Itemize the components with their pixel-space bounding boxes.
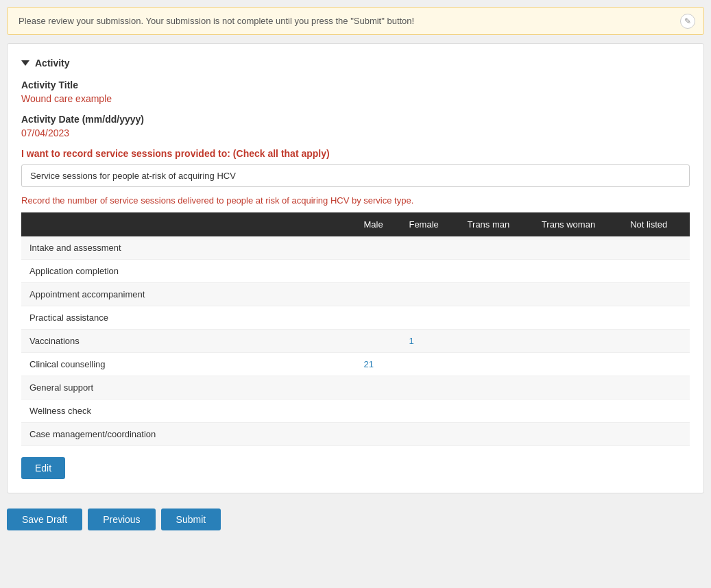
cell-female: 1 bbox=[400, 330, 459, 353]
cell-not_listed bbox=[622, 306, 690, 330]
cell-trans_man bbox=[459, 376, 533, 400]
cell-trans_man bbox=[459, 400, 533, 423]
col-male: Male bbox=[356, 212, 401, 236]
table-row: Application completion bbox=[21, 260, 690, 283]
cell-trans_woman bbox=[533, 236, 622, 260]
service-checkbox-item: Service sessions for people at-risk of a… bbox=[21, 164, 690, 187]
section-title: Activity bbox=[35, 58, 70, 69]
table-row: Vaccinations1 bbox=[21, 330, 690, 353]
cell-trans_woman bbox=[533, 353, 622, 376]
edit-button[interactable]: Edit bbox=[21, 457, 65, 479]
table-row: Practical assistance bbox=[21, 306, 690, 330]
cell-service: Case management/coordination bbox=[21, 423, 356, 446]
cell-service: Vaccinations bbox=[21, 330, 356, 353]
table-row: Intake and assessment bbox=[21, 236, 690, 260]
cell-trans_woman bbox=[533, 376, 622, 400]
table-row: Wellness check bbox=[21, 400, 690, 423]
alert-banner: Please review your submission. Your subm… bbox=[7, 7, 704, 35]
main-card: Activity Activity Title Wound care examp… bbox=[7, 43, 704, 493]
activity-title-label: Activity Title bbox=[21, 79, 690, 90]
cell-female bbox=[400, 236, 459, 260]
cell-not_listed bbox=[622, 376, 690, 400]
cell-not_listed bbox=[622, 353, 690, 376]
table-row: General support bbox=[21, 376, 690, 400]
cell-service: General support bbox=[21, 376, 356, 400]
previous-button[interactable]: Previous bbox=[88, 509, 155, 530]
cell-trans_man bbox=[459, 306, 533, 330]
cell-female bbox=[400, 376, 459, 400]
cell-service: Practical assistance bbox=[21, 306, 356, 330]
cell-male bbox=[356, 423, 401, 446]
cell-female bbox=[400, 306, 459, 330]
cell-male bbox=[356, 330, 401, 353]
cell-trans_man bbox=[459, 283, 533, 306]
cell-trans_woman bbox=[533, 260, 622, 283]
cell-trans_man bbox=[459, 330, 533, 353]
cell-female bbox=[400, 353, 459, 376]
cell-trans_woman bbox=[533, 330, 622, 353]
table-row: Appointment accompaniment bbox=[21, 283, 690, 306]
cell-not_listed bbox=[622, 423, 690, 446]
table-header-row: Male Female Trans man Trans woman Not li… bbox=[21, 212, 690, 236]
service-table: Male Female Trans man Trans woman Not li… bbox=[21, 212, 690, 446]
col-trans-woman: Trans woman bbox=[533, 212, 622, 236]
cell-service: Wellness check bbox=[21, 400, 356, 423]
col-service bbox=[21, 212, 356, 236]
cell-not_listed bbox=[622, 260, 690, 283]
cell-not_listed bbox=[622, 400, 690, 423]
col-not-listed: Not listed bbox=[622, 212, 690, 236]
cell-male: 21 bbox=[356, 353, 401, 376]
cell-male bbox=[356, 283, 401, 306]
cell-trans_man bbox=[459, 353, 533, 376]
table-row: Clinical counselling21 bbox=[21, 353, 690, 376]
cell-service: Clinical counselling bbox=[21, 353, 356, 376]
cell-trans_woman bbox=[533, 423, 622, 446]
cell-male bbox=[356, 400, 401, 423]
cell-service: Application completion bbox=[21, 260, 356, 283]
alert-close-icon[interactable]: ✎ bbox=[680, 14, 695, 29]
cell-female bbox=[400, 423, 459, 446]
table-row: Case management/coordination bbox=[21, 423, 690, 446]
cell-not_listed bbox=[622, 236, 690, 260]
collapse-icon bbox=[21, 60, 29, 66]
cell-trans_man bbox=[459, 260, 533, 283]
record-note: Record the number of service sessions de… bbox=[21, 195, 690, 206]
bottom-bar: Save Draft Previous Submit bbox=[7, 502, 704, 537]
cell-not_listed bbox=[622, 283, 690, 306]
section-header[interactable]: Activity bbox=[21, 58, 690, 69]
cell-female bbox=[400, 260, 459, 283]
cell-male bbox=[356, 260, 401, 283]
cell-trans_woman bbox=[533, 400, 622, 423]
activity-date-value: 07/04/2023 bbox=[21, 127, 690, 138]
submit-button[interactable]: Submit bbox=[161, 509, 221, 530]
cell-female bbox=[400, 400, 459, 423]
alert-message: Please review your submission. Your subm… bbox=[19, 16, 414, 26]
service-question: I want to record service sessions provid… bbox=[21, 148, 690, 159]
cell-trans_woman bbox=[533, 283, 622, 306]
cell-male bbox=[356, 376, 401, 400]
cell-not_listed bbox=[622, 330, 690, 353]
activity-date-label: Activity Date (mm/dd/yyyy) bbox=[21, 114, 690, 125]
cell-service: Appointment accompaniment bbox=[21, 283, 356, 306]
col-trans-man: Trans man bbox=[459, 212, 533, 236]
cell-trans_woman bbox=[533, 306, 622, 330]
cell-trans_man bbox=[459, 236, 533, 260]
cell-service: Intake and assessment bbox=[21, 236, 356, 260]
cell-female bbox=[400, 283, 459, 306]
save-draft-button[interactable]: Save Draft bbox=[7, 509, 82, 530]
cell-male bbox=[356, 236, 401, 260]
cell-male bbox=[356, 306, 401, 330]
cell-trans_man bbox=[459, 423, 533, 446]
activity-title-value: Wound care example bbox=[21, 93, 690, 104]
col-female: Female bbox=[400, 212, 459, 236]
